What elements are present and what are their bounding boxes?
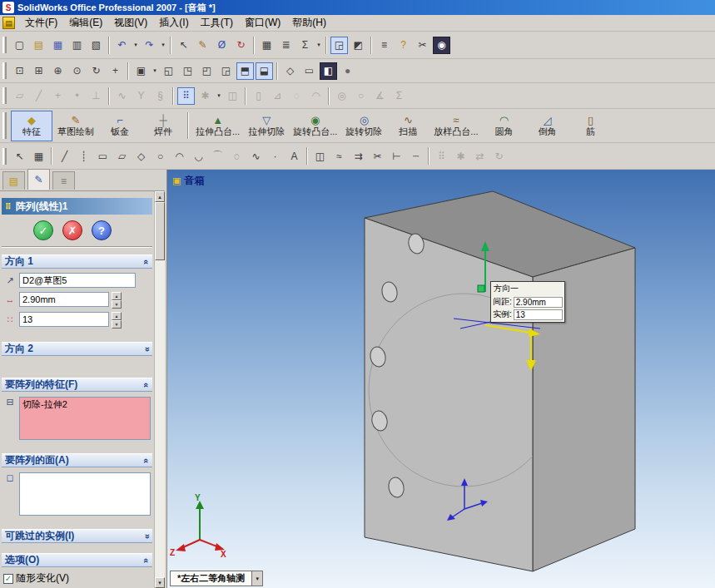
section-view-icon[interactable]: ◩ [350,37,367,54]
extruded-cut-button[interactable]: ▽拉伸切除 [245,111,288,141]
undo-icon[interactable]: ↶ [113,37,131,54]
screen-capture-icon[interactable]: ◉ [433,37,450,54]
spacing-input[interactable] [19,292,109,307]
circle-icon[interactable]: ○ [151,147,169,165]
centerline-icon[interactable]: ┊ [75,147,92,165]
redo-dropdown-caret[interactable]: ▾ [159,37,167,54]
menu-edit[interactable]: 编辑(E) [63,14,108,32]
construction-geometry-icon[interactable]: ┄ [407,147,425,165]
toolbar-drag-handle[interactable] [2,62,7,79]
chamfer-button[interactable]: ◿倒角 [527,111,569,141]
cut-icon[interactable]: ✂ [414,37,431,54]
revolved-cut-button[interactable]: ◎旋转切除 [342,111,385,141]
zoom-to-selection-icon[interactable]: ⊙ [68,62,86,80]
pm-scrollbar[interactable]: ▲ ▼ [154,191,165,588]
callout-spacing-value[interactable]: 2.90mm [514,297,563,308]
select-icon[interactable]: ↖ [11,147,28,165]
annotation-icon[interactable]: ≣ [277,37,295,54]
tangent-arc-icon[interactable]: ◡ [190,147,207,165]
standard-views-caret[interactable]: ▾ [151,62,159,80]
instance-count-spinner[interactable]: ▲▼ [112,312,122,327]
revolved-boss-button[interactable]: ◉旋转凸台... [290,111,340,141]
select-icon[interactable]: ↖ [175,37,192,54]
equations-icon[interactable]: Σ [296,37,314,54]
sheet-metal-tab[interactable]: ⌐钣金 [99,111,141,141]
zoom-in-out-icon[interactable]: ⊕ [49,62,67,80]
menu-file[interactable]: 文件(F) [19,14,63,32]
help-icon[interactable]: ? [395,37,412,54]
zoom-to-area-icon[interactable]: ⊞ [30,62,47,80]
toolbar-drag-handle[interactable] [2,37,7,53]
polygon-icon[interactable]: ◇ [132,147,150,165]
sketch-toggle-icon[interactable]: ✎ [194,37,211,54]
three-point-arc-icon[interactable]: ⌒ [209,147,226,165]
point-icon[interactable]: · [266,147,284,165]
grid-icon[interactable]: ▦ [30,147,47,165]
hidden-lines-icon[interactable]: ▭ [300,62,318,80]
standard-views-icon[interactable]: ▣ [132,62,150,80]
extend-entities-icon[interactable]: ⊢ [388,147,405,165]
trim-entities-icon[interactable]: ✂ [369,147,386,165]
left-view-icon[interactable]: ◰ [198,62,216,80]
group-direction1-header[interactable]: 方向 1 « [2,254,152,269]
toolbar-drag-handle[interactable] [2,87,7,104]
menu-help[interactable]: 帮助(H) [286,14,332,32]
spline-icon[interactable]: ∿ [247,147,265,165]
feature-tree-root[interactable]: ▣ 音箱 [172,174,204,188]
right-view-icon[interactable]: ◲ [217,62,235,80]
loft-button[interactable]: ≈放样凸台... [430,111,481,141]
rotate-view-icon[interactable]: ↻ [87,62,105,80]
rib-button[interactable]: ▯筋 [570,111,612,141]
toolbar-drag-handle[interactable] [2,148,7,165]
options-icon[interactable]: ≡ [375,37,393,54]
annotation-dropdown-caret[interactable]: ▾ [315,37,323,54]
new-document-icon[interactable]: ▢ [11,37,28,54]
spacing-spinner[interactable]: ▲▼ [112,292,122,307]
view-orientation-caret[interactable]: ▼ [252,571,263,586]
undo-dropdown-caret[interactable]: ▾ [132,37,140,54]
menu-insert[interactable]: 插入(I) [153,14,194,32]
isometric-view-icon[interactable]: ⬓ [256,62,273,80]
print-preview-icon[interactable]: ▧ [87,37,105,54]
weldments-tab[interactable]: ┼焊件 [142,111,184,141]
menu-tools[interactable]: 工具(T) [195,14,239,32]
toolbar-drag-handle[interactable] [2,112,7,139]
menu-view[interactable]: 视图(V) [108,14,153,32]
features-tab[interactable]: ◆特征 [11,111,52,141]
features-to-pattern-list[interactable]: 切除-拉伸2 [19,397,151,440]
configuration-manager-tab[interactable]: ≡ [52,171,75,190]
faces-to-pattern-list[interactable] [19,472,151,516]
shaded-with-edges-icon[interactable]: ◧ [320,62,337,80]
help-button[interactable]: ? [92,220,112,240]
group-faces-header[interactable]: 要阵列的面(A) « [2,453,152,467]
shaded-icon[interactable]: ● [339,62,356,80]
offset-entities-icon[interactable]: ≈ [330,147,348,165]
line-icon[interactable]: ╱ [56,147,73,165]
direction-reference-input[interactable] [19,273,136,288]
callout-instances-value[interactable]: 13 [514,309,563,320]
text-icon[interactable]: A [286,147,303,165]
feature-manager-tab[interactable]: ▤ [2,171,25,190]
front-view-icon[interactable]: ◱ [160,62,177,80]
pan-icon[interactable]: + [107,62,124,80]
graphics-area[interactable]: Y X Z ▣ 音箱 方向一 间距: 2.90mm 实例: 13 *左右二等角轴… [167,170,715,588]
list-item-feature[interactable]: 切除-拉伸2 [22,398,147,411]
design-table-icon[interactable]: ▦ [258,37,276,54]
group-direction2-header[interactable]: 方向 2 « [2,342,152,356]
fullscreen-view-icon[interactable]: ◲ [330,37,348,54]
ellipse-icon[interactable]: ◌ [228,147,246,165]
scrollbar-thumb[interactable] [155,202,165,260]
extruded-boss-button[interactable]: ▲拉伸凸台... [192,111,243,141]
sweep-button[interactable]: ∿扫描 [387,111,429,141]
open-document-icon[interactable]: ▤ [30,37,47,54]
view-orientation-tab[interactable]: *左右二等角轴测 [170,571,252,586]
scroll-up-button[interactable]: ▲ [155,191,165,202]
centerpoint-arc-icon[interactable]: ◠ [171,147,188,165]
print-icon[interactable]: ▥ [68,37,86,54]
top-view-icon[interactable]: ⬒ [236,62,254,80]
group-options-header[interactable]: 选项(O) « [2,553,152,567]
document-system-menu-icon[interactable]: ▤ [2,17,15,29]
instance-count-input[interactable] [19,312,109,327]
zoom-to-fit-icon[interactable]: ⊡ [11,62,28,80]
rectangle-icon[interactable]: ▭ [94,147,112,165]
